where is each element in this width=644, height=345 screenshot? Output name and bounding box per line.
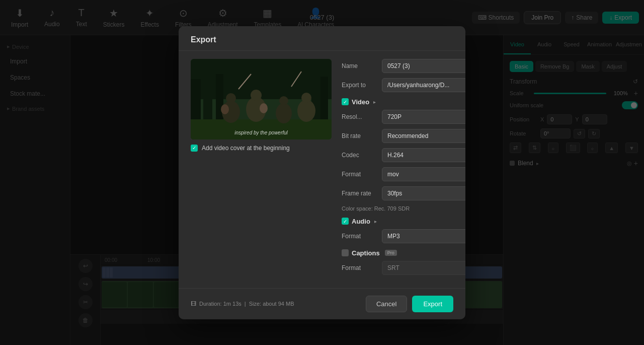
separator: | <box>245 301 246 307</box>
codec-label: Codec <box>342 152 382 159</box>
frame-rate-select-wrapper: 24fps 25fps 30fps 60fps <box>382 186 465 200</box>
svg-point-12 <box>276 103 292 123</box>
video-cover-row: ✓ Add video cover at the beginning <box>191 145 332 152</box>
frame-rate-row: Frame rate 24fps 25fps 30fps 60fps <box>342 186 465 200</box>
film-icon: 🎞 <box>191 301 196 307</box>
audio-section-header: ✓ Audio ▸ <box>342 218 465 225</box>
modal-footer: 🎞 Duration: 1m 13s | Size: about 94 MB C… <box>179 288 465 319</box>
resolution-label: Resol... <box>342 113 382 120</box>
modal-settings: Name Export to 📁 ✓ Video ▸ <box>342 59 465 280</box>
modal-body: inspired by the powerful ✓ Add video cov… <box>179 51 465 288</box>
video-cover-label: Add video cover at the beginning <box>202 145 290 152</box>
bit-rate-row: Bit rate Recommended Low Medium High <box>342 129 465 143</box>
video-cover-checkbox[interactable]: ✓ <box>191 145 198 152</box>
svg-point-11 <box>251 90 262 101</box>
audio-format-row: Format MP3 AAC WAV <box>342 229 465 243</box>
export-button[interactable]: Export <box>412 296 453 312</box>
duration-text: Duration: 1m 13s <box>199 301 242 307</box>
modal-title: Export <box>191 35 216 44</box>
export-modal: Export <box>179 26 465 319</box>
svg-point-13 <box>279 96 288 105</box>
size-text: Size: about 94 MB <box>249 301 294 307</box>
export-path-group: 📁 <box>382 78 465 92</box>
audio-checkbox[interactable]: ✓ <box>342 218 349 225</box>
svg-point-16 <box>221 104 229 114</box>
video-section-title: Video <box>352 98 369 106</box>
captions-format-select-wrapper: SRT VTT ASS <box>382 261 465 275</box>
resolution-select-wrapper: 720P 1080P 4K 480P <box>382 110 465 124</box>
format-select[interactable]: mov mp4 avi <box>382 167 465 181</box>
format-label: Format <box>342 171 382 178</box>
cancel-button[interactable]: Cancel <box>366 296 407 312</box>
codec-select[interactable]: H.264 H.265 ProRes <box>382 148 465 162</box>
captions-section-title: Captions <box>352 249 380 257</box>
audio-section-title: Audio <box>352 218 370 225</box>
frame-rate-label: Frame rate <box>342 190 382 197</box>
modal-preview: inspired by the powerful ✓ Add video cov… <box>191 59 332 280</box>
frame-rate-select[interactable]: 24fps 25fps 30fps 60fps <box>382 186 465 200</box>
captions-section-header: Captions Pro <box>342 249 465 257</box>
format-select-wrapper: mov mp4 avi <box>382 167 465 181</box>
captions-format-row: Format SRT VTT ASS <box>342 261 465 275</box>
video-section-arrow[interactable]: ▸ <box>373 99 376 105</box>
name-label: Name <box>342 62 382 70</box>
audio-format-select[interactable]: MP3 AAC WAV <box>382 229 465 243</box>
footer-buttons: Cancel Export <box>366 296 453 312</box>
preview-caption: inspired by the powerful <box>234 130 288 135</box>
svg-rect-7 <box>191 119 332 140</box>
export-to-label: Export to <box>342 82 382 89</box>
audio-format-label: Format <box>342 233 382 240</box>
audio-format-select-wrapper: MP3 AAC WAV <box>382 229 465 243</box>
codec-select-wrapper: H.264 H.265 ProRes <box>382 148 465 162</box>
preview-svg <box>191 59 332 140</box>
captions-format-label: Format <box>342 264 382 271</box>
name-input[interactable] <box>382 59 465 73</box>
duration-info: 🎞 Duration: 1m 13s | Size: about 94 MB <box>191 301 294 307</box>
export-to-row: Export to 📁 <box>342 78 465 92</box>
preview-img-inner: inspired by the powerful <box>191 59 332 140</box>
captions-format-select[interactable]: SRT VTT ASS <box>382 261 465 275</box>
video-checkbox[interactable]: ✓ <box>342 98 349 105</box>
preview-image: inspired by the powerful <box>191 59 332 140</box>
svg-point-9 <box>226 93 236 103</box>
resolution-row: Resol... 720P 1080P 4K 480P <box>342 110 465 124</box>
bit-rate-select[interactable]: Recommended Low Medium High <box>382 129 465 143</box>
color-space-text: Color space: Rec. 709 SDR <box>342 205 465 212</box>
audio-section-arrow[interactable]: ▸ <box>374 219 377 224</box>
resolution-select[interactable]: 720P 1080P 4K 480P <box>382 110 465 124</box>
captions-checkbox[interactable] <box>342 249 349 256</box>
name-row: Name <box>342 59 465 73</box>
format-row: Format mov mp4 avi <box>342 167 465 181</box>
video-section-header: ✓ Video ▸ <box>342 98 465 106</box>
svg-point-14 <box>297 100 315 122</box>
bit-rate-select-wrapper: Recommended Low Medium High <box>382 129 465 143</box>
bit-rate-label: Bit rate <box>342 132 382 140</box>
export-path-input[interactable] <box>382 78 465 92</box>
modal-header: Export <box>179 26 465 51</box>
svg-point-17 <box>260 103 268 113</box>
svg-point-15 <box>301 93 311 103</box>
modal-overlay: Export <box>0 0 644 345</box>
pro-badge: Pro <box>385 250 397 256</box>
codec-row: Codec H.264 H.265 ProRes <box>342 148 465 162</box>
